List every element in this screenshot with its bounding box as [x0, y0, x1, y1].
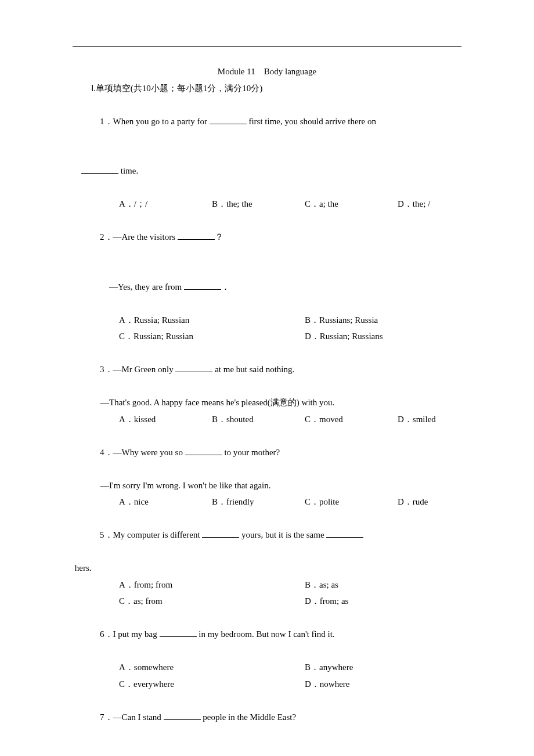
question-7-line2: —Yes, you don't have to stand ． — [73, 742, 461, 757]
option-b[interactable]: B．friendly — [212, 494, 305, 510]
header-rule — [73, 46, 461, 47]
q1-text-c: time. — [118, 166, 138, 175]
option-b[interactable]: B．the; the — [212, 196, 305, 213]
q6-options-1: A．somewhere B．anywhere — [73, 659, 461, 676]
q2-text-d: ． — [221, 282, 230, 291]
blank-input[interactable] — [164, 711, 201, 720]
q5-options-2: C．as; from D．from; as — [73, 593, 461, 610]
blank-input[interactable] — [185, 447, 222, 455]
blank-input[interactable] — [326, 530, 363, 538]
section-1-header: Ⅰ.单项填空(共10小题；每小题1分，满分10分) — [73, 80, 461, 97]
q2-options-1: A．Russia; Russian B．Russians; Russia — [73, 312, 461, 329]
q2-options-2: C．Russian; Russian D．Russian; Russians — [73, 328, 461, 345]
q1-text-a: 1．When you go to a party for — [100, 117, 210, 126]
question-2-line2: —Yes, they are from ． — [73, 262, 461, 312]
question-2: 2．—Are the visitors ？ — [73, 213, 461, 262]
blank-input[interactable] — [178, 232, 215, 240]
q2-text-b: ？ — [215, 232, 223, 242]
q7-text-b: people in the Middle East? — [201, 712, 297, 722]
option-a[interactable]: A．from; from — [119, 577, 305, 593]
option-d[interactable]: D．Russian; Russians — [305, 328, 490, 345]
q4-options: A．nice B．friendly C．polite D．rude — [73, 494, 461, 510]
option-a[interactable]: A．/；/ — [119, 196, 212, 213]
q1-options: A．/；/ B．the; the C．a; the D．the; / — [73, 196, 461, 213]
option-c[interactable]: C．polite — [305, 494, 398, 510]
q4-text-b: to your mother? — [222, 448, 280, 457]
question-5-cont: hers. — [73, 560, 461, 577]
q4-text-a: 4．—Why were you so — [100, 448, 185, 457]
option-b[interactable]: B．shouted — [212, 411, 305, 428]
question-3: 3．—Mr Green only at me but said nothing. — [73, 345, 461, 395]
question-6: 6．I put my bag in my bedroom. But now I … — [73, 610, 461, 660]
option-d[interactable]: D．from; as — [305, 593, 490, 610]
document-page: Module 11 Body language Ⅰ.单项填空(共10小题；每小题… — [0, 0, 534, 756]
blank-input[interactable] — [81, 165, 118, 174]
module-title: Module 11 Body language — [73, 63, 461, 80]
option-c[interactable]: C．as; from — [119, 593, 305, 610]
blank-input[interactable] — [202, 530, 239, 538]
option-b[interactable]: B．Russians; Russia — [305, 312, 490, 329]
question-1: 1．When you go to a party for first time,… — [73, 96, 461, 146]
option-a[interactable]: A．kissed — [119, 411, 212, 428]
q2-text-a: 2．—Are the visitors — [100, 232, 178, 242]
question-1-cont: time. — [73, 146, 461, 196]
question-4: 4．—Why were you so to your mother? — [73, 427, 461, 477]
option-c[interactable]: C．a; the — [305, 196, 398, 213]
q3-text-b: at me but said nothing. — [212, 365, 294, 374]
option-d[interactable]: D．smiled — [398, 411, 490, 428]
option-c[interactable]: C．moved — [305, 411, 398, 428]
option-a[interactable]: A．nice — [119, 494, 212, 510]
option-d[interactable]: D．nowhere — [305, 676, 490, 693]
q5-text-a: 5．My computer is different — [100, 530, 202, 539]
q5-text-b: yours, but it is the same — [239, 530, 326, 539]
q6-options-2: C．everywhere D．nowhere — [73, 676, 461, 693]
q1-text-b: first time, you should arrive there on — [247, 117, 378, 126]
q5-options-1: A．from; from B．as; as — [73, 577, 461, 593]
question-5: 5．My computer is different yours, but it… — [73, 510, 461, 560]
option-b[interactable]: B．anywhere — [305, 659, 490, 676]
q6-text-b: in my bedroom. But now I can't find it. — [197, 629, 335, 639]
q2-text-c: —Yes, they are from — [109, 282, 184, 291]
blank-input[interactable] — [160, 629, 197, 638]
option-b[interactable]: B．as; as — [305, 577, 490, 593]
option-a[interactable]: A．somewhere — [119, 659, 305, 676]
question-7: 7．—Can I stand people in the Middle East… — [73, 692, 461, 742]
q6-text-a: 6．I put my bag — [100, 629, 160, 639]
q3-options: A．kissed B．shouted C．moved D．smiled — [73, 411, 461, 428]
question-4-line2: —I'm sorry I'm wrong. I won't be like th… — [73, 477, 461, 494]
question-3-line2: —That's good. A happy face means he's pl… — [73, 394, 461, 411]
option-c[interactable]: C．Russian; Russian — [119, 328, 305, 345]
blank-input[interactable] — [175, 364, 212, 373]
option-a[interactable]: A．Russia; Russian — [119, 312, 305, 329]
q7-text-a: 7．—Can I stand — [100, 712, 164, 722]
q3-text-a: 3．—Mr Green only — [100, 365, 175, 374]
blank-input[interactable] — [210, 116, 247, 124]
option-c[interactable]: C．everywhere — [119, 676, 305, 693]
option-d[interactable]: D．the; / — [398, 196, 490, 213]
blank-input[interactable] — [184, 281, 221, 290]
option-d[interactable]: D．rude — [398, 494, 490, 510]
